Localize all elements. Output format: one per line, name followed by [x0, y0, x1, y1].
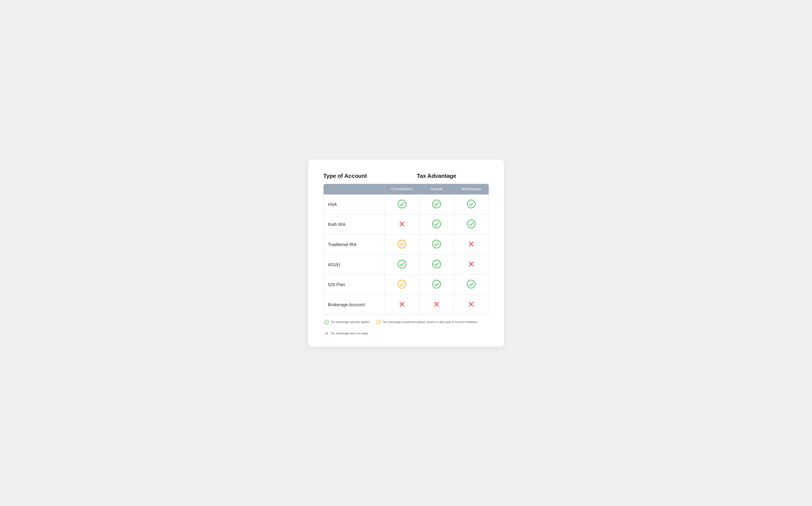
- legend-item-green: Tax advantage typically applies: [324, 320, 370, 325]
- tax-advantage-title: Tax Advantage: [384, 173, 489, 179]
- svg-point-15: [398, 280, 406, 288]
- subheader-growth: Growth: [419, 184, 454, 194]
- svg-point-6: [467, 220, 475, 228]
- account-name-529-plan: 529 Plan: [324, 276, 385, 293]
- legend-item-yellow: Tax advantage sometimes applies, based o…: [376, 320, 478, 325]
- hsa-contributions-cell: [385, 194, 419, 215]
- brokerage-contributions-cell: [385, 295, 419, 315]
- check-green-icon: [467, 220, 476, 229]
- svg-point-12: [433, 260, 441, 268]
- 529-plan-withdrawals-cell: [454, 275, 488, 294]
- check-yellow-icon: [397, 279, 407, 289]
- legend-item-red: Tax advantage does not apply: [324, 331, 369, 336]
- check-green-icon: [397, 260, 407, 269]
- check-green-icon: [432, 260, 441, 269]
- table-row: 529 Plan: [324, 274, 489, 294]
- account-column-title: Type of Account: [323, 173, 384, 179]
- hsa-withdrawals-cell: [454, 194, 488, 215]
- brokerage-withdrawals-cell: [454, 295, 488, 315]
- svg-point-7: [398, 240, 406, 248]
- table-row: Brokerage Account: [324, 294, 489, 315]
- legend-green-text: Tax advantage typically applies: [331, 320, 370, 324]
- table-row: 401(k): [324, 255, 489, 274]
- table-row: HSA: [324, 194, 489, 215]
- comparison-table: Contributions Growth Withdrawals HSA: [323, 184, 489, 315]
- roth-ira-contributions-cell: [385, 215, 419, 235]
- table-subheader: Contributions Growth Withdrawals: [324, 184, 489, 194]
- check-green-icon: [397, 199, 407, 208]
- svg-point-17: [467, 280, 475, 288]
- header-row: Type of Account Tax Advantage: [323, 173, 489, 179]
- traditional-ira-growth-cell: [419, 235, 454, 255]
- legend-check-yellow-icon: [376, 320, 381, 325]
- svg-point-25: [377, 320, 381, 324]
- x-red-icon: [397, 300, 407, 309]
- account-name-roth-ira: Roth IRA: [324, 216, 385, 233]
- 529-plan-contributions-cell: [385, 275, 419, 294]
- svg-point-5: [433, 220, 441, 228]
- account-name-traditional-ira: Traditional IRA: [324, 236, 385, 253]
- x-red-icon: [467, 260, 476, 269]
- roth-ira-withdrawals-cell: [454, 215, 488, 235]
- svg-point-11: [398, 260, 406, 268]
- hsa-growth-cell: [419, 194, 454, 215]
- tax-advantage-header: Tax Advantage: [384, 173, 489, 179]
- check-green-icon: [467, 199, 476, 208]
- 529-plan-growth-cell: [419, 275, 454, 294]
- account-name-hsa: HSA: [324, 196, 385, 213]
- x-red-icon: [467, 300, 476, 309]
- legend-red-text: Tax advantage does not apply: [331, 332, 369, 335]
- account-name-401k: 401(k): [324, 256, 385, 273]
- x-red-icon: [467, 240, 476, 249]
- 401k-contributions-cell: [385, 255, 419, 274]
- main-card: Type of Account Tax Advantage Contributi…: [308, 160, 504, 347]
- x-red-icon: [432, 300, 441, 309]
- roth-ira-growth-cell: [419, 215, 454, 235]
- subheader-withdrawals: Withdrawals: [454, 184, 488, 194]
- account-name-brokerage: Brokerage Account: [324, 296, 385, 313]
- 401k-growth-cell: [419, 255, 454, 274]
- check-yellow-icon: [397, 240, 407, 249]
- check-green-icon: [432, 279, 441, 289]
- legend-x-red-icon: [324, 331, 329, 336]
- account-col-header: Type of Account: [323, 173, 384, 179]
- table-row: Traditional IRA: [324, 235, 489, 255]
- legend-check-green-icon: [324, 320, 329, 325]
- svg-point-1: [433, 200, 441, 208]
- 401k-withdrawals-cell: [454, 255, 488, 274]
- check-green-icon: [432, 199, 441, 208]
- x-red-icon: [397, 220, 407, 229]
- check-green-icon: [432, 240, 441, 249]
- subheader-account-spacer: [324, 184, 385, 194]
- traditional-ira-contributions-cell: [385, 235, 419, 255]
- legend-yellow-text: Tax advantage sometimes applies, based o…: [383, 320, 478, 324]
- traditional-ira-withdrawals-cell: [454, 235, 488, 255]
- svg-point-8: [433, 240, 441, 248]
- check-green-icon: [467, 279, 476, 289]
- subheader-contributions: Contributions: [385, 184, 419, 194]
- check-green-icon: [432, 220, 441, 229]
- legend: Tax advantage typically applies Tax adva…: [323, 320, 489, 336]
- table-row: Roth IRA: [324, 215, 489, 235]
- svg-point-16: [433, 280, 441, 288]
- svg-point-0: [398, 200, 406, 208]
- svg-point-24: [324, 320, 329, 324]
- brokerage-growth-cell: [419, 295, 454, 315]
- svg-point-2: [467, 200, 475, 208]
